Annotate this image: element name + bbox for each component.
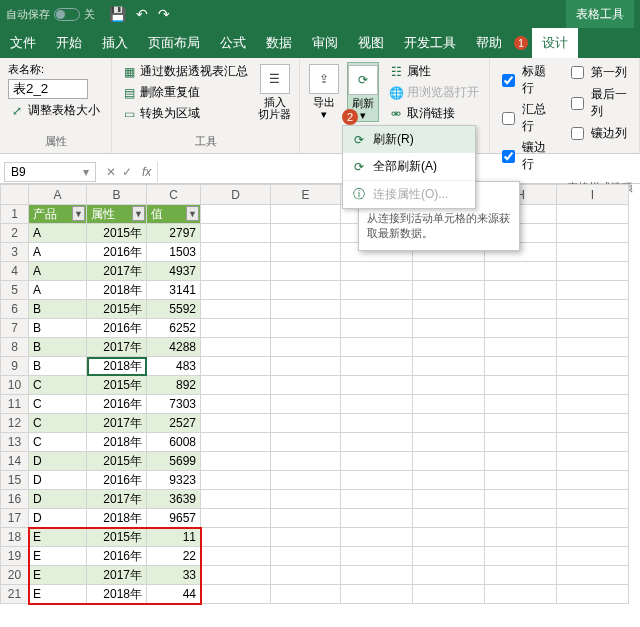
cell-C14[interactable]: 5699 [147, 452, 201, 471]
cell-E8[interactable] [271, 338, 341, 357]
cell-A17[interactable]: D [29, 509, 87, 528]
cell-E5[interactable] [271, 281, 341, 300]
cell-C17[interactable]: 9657 [147, 509, 201, 528]
cell-G9[interactable] [413, 357, 485, 376]
cell-D9[interactable] [201, 357, 271, 376]
cell-G13[interactable] [413, 433, 485, 452]
cell-F6[interactable] [341, 300, 413, 319]
cell-F5[interactable] [341, 281, 413, 300]
filter-dropdown-icon[interactable]: ▼ [186, 206, 199, 221]
cell-C3[interactable]: 1503 [147, 243, 201, 262]
resize-table-button[interactable]: ⤢ 调整表格大小 [8, 101, 102, 120]
first-col-checkbox[interactable]: 第一列 [567, 62, 631, 83]
row-header[interactable]: 20 [1, 566, 29, 585]
cell-E10[interactable] [271, 376, 341, 395]
cell-D5[interactable] [201, 281, 271, 300]
cell-I21[interactable] [557, 585, 629, 604]
cell-G17[interactable] [413, 509, 485, 528]
cell[interactable] [201, 205, 271, 224]
table-header-C[interactable]: 值▼ [147, 205, 201, 224]
row-header[interactable]: 3 [1, 243, 29, 262]
row-header[interactable]: 16 [1, 490, 29, 509]
cell-I19[interactable] [557, 547, 629, 566]
cell-C18[interactable]: 11 [147, 528, 201, 547]
cell-I8[interactable] [557, 338, 629, 357]
cell-A5[interactable]: A [29, 281, 87, 300]
cell-H12[interactable] [485, 414, 557, 433]
cell-B5[interactable]: 2018年 [87, 281, 147, 300]
cell-F17[interactable] [341, 509, 413, 528]
cell-E14[interactable] [271, 452, 341, 471]
cell-E15[interactable] [271, 471, 341, 490]
cell-G6[interactable] [413, 300, 485, 319]
cell-E18[interactable] [271, 528, 341, 547]
cell-H20[interactable] [485, 566, 557, 585]
cell-I16[interactable] [557, 490, 629, 509]
cell-F16[interactable] [341, 490, 413, 509]
cell-H5[interactable] [485, 281, 557, 300]
cell-A19[interactable]: E [29, 547, 87, 566]
cell-G4[interactable] [413, 262, 485, 281]
tab-view[interactable]: 视图 [348, 28, 394, 58]
cell-F13[interactable] [341, 433, 413, 452]
cell-D8[interactable] [201, 338, 271, 357]
cell-A4[interactable]: A [29, 262, 87, 281]
cell-B18[interactable]: 2015年 [87, 528, 147, 547]
cell-B21[interactable]: 2018年 [87, 585, 147, 604]
cell-G16[interactable] [413, 490, 485, 509]
cell-G20[interactable] [413, 566, 485, 585]
cell[interactable] [271, 205, 341, 224]
cell-B15[interactable]: 2016年 [87, 471, 147, 490]
cell-A18[interactable]: E [29, 528, 87, 547]
cell-I3[interactable] [557, 243, 629, 262]
cell-G7[interactable] [413, 319, 485, 338]
cell-A10[interactable]: C [29, 376, 87, 395]
cell-D11[interactable] [201, 395, 271, 414]
row-header[interactable]: 14 [1, 452, 29, 471]
cell-F12[interactable] [341, 414, 413, 433]
cell-D16[interactable] [201, 490, 271, 509]
spreadsheet-grid[interactable]: ABCDEFGHI1产品▼属性▼值▼2A2015年27973A2016年1503… [0, 184, 640, 604]
table-name-input[interactable] [8, 79, 88, 99]
cell-C19[interactable]: 22 [147, 547, 201, 566]
cell-F14[interactable] [341, 452, 413, 471]
row-header[interactable]: 9 [1, 357, 29, 376]
cell-B3[interactable]: 2016年 [87, 243, 147, 262]
filter-dropdown-icon[interactable]: ▼ [132, 206, 145, 221]
fx-label[interactable]: fx [142, 165, 151, 179]
cell-A14[interactable]: D [29, 452, 87, 471]
row-header[interactable]: 8 [1, 338, 29, 357]
tab-review[interactable]: 审阅 [302, 28, 348, 58]
col-header-B[interactable]: B [87, 185, 147, 205]
cell-E19[interactable] [271, 547, 341, 566]
cell-F10[interactable] [341, 376, 413, 395]
cell-H10[interactable] [485, 376, 557, 395]
tab-design[interactable]: 设计 [532, 28, 578, 58]
col-header-A[interactable]: A [29, 185, 87, 205]
unlink-button[interactable]: ⚮取消链接 [387, 104, 481, 123]
cell-B16[interactable]: 2017年 [87, 490, 147, 509]
cell-I9[interactable] [557, 357, 629, 376]
refresh-button[interactable]: ⟳ 刷新▾ 2 [347, 62, 379, 122]
cell-A2[interactable]: A [29, 224, 87, 243]
cell-H21[interactable] [485, 585, 557, 604]
cell-E6[interactable] [271, 300, 341, 319]
cell-G18[interactable] [413, 528, 485, 547]
cell-C21[interactable]: 44 [147, 585, 201, 604]
cell-D10[interactable] [201, 376, 271, 395]
cell-A11[interactable]: C [29, 395, 87, 414]
cell-E13[interactable] [271, 433, 341, 452]
cell-G12[interactable] [413, 414, 485, 433]
cell-H13[interactable] [485, 433, 557, 452]
row-header[interactable]: 21 [1, 585, 29, 604]
cell-B20[interactable]: 2017年 [87, 566, 147, 585]
cell-E17[interactable] [271, 509, 341, 528]
cell-D4[interactable] [201, 262, 271, 281]
cell-H14[interactable] [485, 452, 557, 471]
cell-I14[interactable] [557, 452, 629, 471]
cell-F20[interactable] [341, 566, 413, 585]
tab-file[interactable]: 文件 [0, 28, 46, 58]
row-header[interactable]: 5 [1, 281, 29, 300]
cell-D21[interactable] [201, 585, 271, 604]
cell-I11[interactable] [557, 395, 629, 414]
